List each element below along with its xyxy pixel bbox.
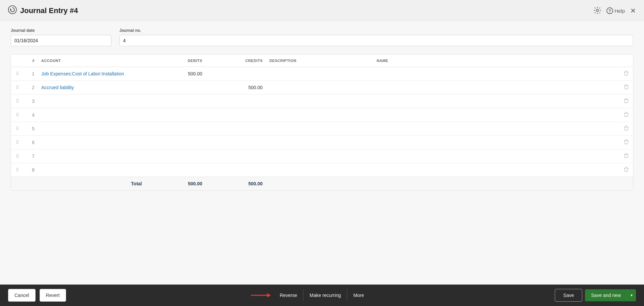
svg-point-1	[596, 9, 599, 11]
delete-cell[interactable]	[620, 149, 633, 163]
debits-cell[interactable]	[145, 95, 206, 108]
credits-cell[interactable]	[206, 95, 266, 108]
footer-bar: Cancel Revert Reverse Make recurring Mor…	[0, 285, 644, 306]
cancel-button[interactable]: Cancel	[8, 289, 36, 302]
delete-icon[interactable]	[624, 140, 629, 145]
save-and-new-button[interactable]: Save and new ▾	[585, 289, 636, 301]
delete-icon[interactable]	[624, 126, 629, 132]
drag-handle[interactable]: ⠿	[11, 122, 24, 136]
footer-center: Reverse Make recurring More	[251, 289, 370, 301]
credits-cell[interactable]	[206, 149, 266, 163]
name-cell[interactable]	[373, 95, 620, 108]
debits-cell[interactable]	[145, 108, 206, 122]
description-cell[interactable]	[266, 67, 373, 81]
delete-icon[interactable]	[624, 167, 629, 173]
name-cell[interactable]	[373, 81, 620, 95]
credits-cell[interactable]	[206, 67, 266, 81]
drag-handle[interactable]: ⠿	[11, 95, 24, 108]
debits-cell[interactable]	[145, 149, 206, 163]
description-cell[interactable]	[266, 163, 373, 177]
col-credits-header: CREDITS	[206, 55, 266, 67]
journal-date-input[interactable]	[11, 35, 111, 46]
help-label: Help	[614, 8, 625, 14]
drag-handle[interactable]: ⠿	[11, 136, 24, 149]
credits-cell[interactable]	[206, 136, 266, 149]
account-cell[interactable]	[38, 122, 145, 136]
account-cell[interactable]	[38, 95, 145, 108]
name-cell[interactable]	[373, 163, 620, 177]
save-and-new-dropdown[interactable]: ▾	[627, 290, 636, 301]
help-icon[interactable]: ? Help	[606, 7, 625, 14]
name-cell[interactable]	[373, 67, 620, 81]
credits-cell[interactable]	[206, 122, 266, 136]
row-num: 8	[24, 163, 38, 177]
delete-cell[interactable]	[620, 67, 633, 81]
delete-cell[interactable]	[620, 81, 633, 95]
drag-handle[interactable]: ⠿	[11, 149, 24, 163]
table-row: ⠿ 2 Accrued liability 500.00	[11, 81, 633, 95]
debits-cell[interactable]	[145, 163, 206, 177]
drag-handle[interactable]: ⠿	[11, 108, 24, 122]
account-cell[interactable]	[38, 108, 145, 122]
gear-icon[interactable]	[594, 7, 601, 15]
delete-icon[interactable]	[624, 112, 629, 118]
table-row: ⠿ 6	[11, 136, 633, 149]
journal-date-label: Journal date	[11, 28, 111, 33]
description-cell[interactable]	[266, 81, 373, 95]
debits-cell[interactable]: 500.00	[145, 67, 206, 81]
table-row: ⠿ 7	[11, 149, 633, 163]
table-row: ⠿ 4	[11, 108, 633, 122]
close-icon[interactable]: ✕	[630, 7, 636, 15]
svg-rect-15	[625, 139, 627, 140]
credits-cell[interactable]	[206, 108, 266, 122]
journal-no-input[interactable]	[119, 35, 633, 46]
red-arrow-icon	[251, 291, 271, 299]
account-cell[interactable]: Accrued liability	[38, 81, 145, 95]
row-num: 1	[24, 67, 38, 81]
credits-cell[interactable]: 500.00	[206, 81, 266, 95]
name-cell[interactable]	[373, 136, 620, 149]
description-cell[interactable]	[266, 122, 373, 136]
svg-rect-7	[625, 84, 627, 85]
arrow-container	[251, 291, 271, 299]
drag-handle[interactable]: ⠿	[11, 81, 24, 95]
name-cell[interactable]	[373, 149, 620, 163]
save-button[interactable]: Save	[555, 289, 582, 302]
delete-cell[interactable]	[620, 108, 633, 122]
delete-icon[interactable]	[624, 99, 629, 104]
more-button[interactable]: More	[347, 289, 370, 301]
account-cell[interactable]: Job Expenses:Cost of Labor:Installation	[38, 67, 145, 81]
revert-button[interactable]: Revert	[40, 289, 66, 302]
debits-cell[interactable]	[145, 122, 206, 136]
name-cell[interactable]	[373, 122, 620, 136]
delete-cell[interactable]	[620, 136, 633, 149]
description-cell[interactable]	[266, 108, 373, 122]
reverse-button[interactable]: Reverse	[274, 289, 304, 301]
description-cell[interactable]	[266, 149, 373, 163]
name-cell[interactable]	[373, 108, 620, 122]
delete-cell[interactable]	[620, 95, 633, 108]
drag-handle[interactable]: ⠿	[11, 67, 24, 81]
delete-icon[interactable]	[624, 71, 629, 77]
account-cell[interactable]	[38, 136, 145, 149]
row-num: 4	[24, 108, 38, 122]
description-cell[interactable]	[266, 95, 373, 108]
footer-left: Cancel Revert	[8, 289, 66, 302]
drag-handle[interactable]: ⠿	[11, 163, 24, 177]
description-cell[interactable]	[266, 136, 373, 149]
account-cell[interactable]	[38, 163, 145, 177]
row-num: 6	[24, 136, 38, 149]
delete-icon[interactable]	[624, 85, 629, 90]
make-recurring-button[interactable]: Make recurring	[304, 289, 347, 301]
svg-rect-5	[625, 71, 627, 71]
delete-cell[interactable]	[620, 163, 633, 177]
form-row: Journal date Journal no.	[11, 28, 633, 46]
save-and-new-main[interactable]: Save and new	[585, 289, 627, 301]
delete-cell[interactable]	[620, 122, 633, 136]
debits-cell[interactable]	[145, 81, 206, 95]
account-cell[interactable]	[38, 149, 145, 163]
header-right: ? Help ✕	[594, 7, 636, 15]
credits-cell[interactable]	[206, 163, 266, 177]
debits-cell[interactable]	[145, 136, 206, 149]
delete-icon[interactable]	[624, 154, 629, 159]
